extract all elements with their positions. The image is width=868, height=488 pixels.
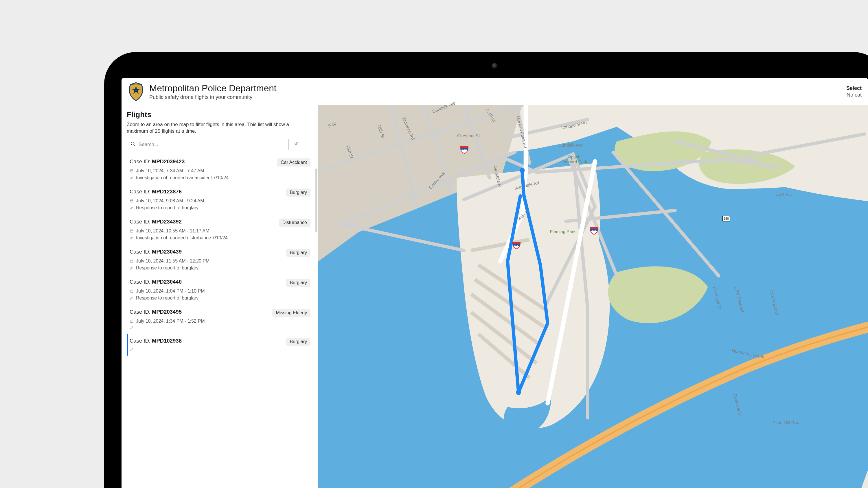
- flight-desc-row: [130, 326, 310, 330]
- flight-desc-row: [130, 348, 310, 352]
- calendar-icon: [130, 319, 134, 323]
- flight-time-row: July 10, 2024, 1:04 PM - 1:10 PM: [130, 289, 310, 294]
- map-panel[interactable]: F St 13th St 16th St Entrance Rd Dundalk…: [318, 105, 868, 488]
- search-icon: [130, 141, 136, 148]
- calendar-icon: [130, 199, 134, 203]
- case-id: Case ID: MPD2039423: [130, 158, 185, 165]
- flight-time: July 10, 2024, 10:55 AM - 11:17 AM: [136, 228, 210, 234]
- search-input[interactable]: [138, 142, 285, 148]
- case-id: Case ID: MPD234392: [130, 219, 182, 225]
- flight-list: Case ID: MPD2039423Car AccidentJuly 10, …: [127, 154, 310, 356]
- police-badge-icon: [128, 82, 144, 101]
- flights-instructions: Zoom to an area on the map to filter fli…: [127, 122, 310, 135]
- case-id: Case ID: MPD203495: [130, 309, 182, 315]
- laptop-frame: Metropolitan Police Department Public sa…: [104, 52, 868, 488]
- flight-desc-row: Response to report of burglary: [130, 295, 310, 301]
- pencil-icon: [130, 266, 134, 270]
- svg-rect-10: [130, 230, 133, 232]
- flight-tag: Burglary: [286, 249, 310, 257]
- app-body: Flights Zoom to an area on the map to fi…: [122, 105, 868, 488]
- flights-heading: Flights: [127, 110, 310, 119]
- flight-tag: Car Accident: [277, 158, 310, 166]
- title-block: Metropolitan Police Department Public sa…: [149, 83, 276, 100]
- pencil-icon: [130, 296, 134, 300]
- flight-tag: Disturbance: [279, 219, 310, 227]
- case-id: Case ID: MPD230440: [130, 279, 182, 285]
- svg-point-34: [516, 390, 521, 395]
- flight-tag: Missing Elderly: [272, 309, 310, 317]
- search-box[interactable]: [127, 139, 289, 150]
- page-title: Metropolitan Police Department: [149, 83, 276, 94]
- flight-time-row: July 10, 2024, 10:55 AM - 11:17 AM: [130, 228, 310, 234]
- flight-time-row: July 10, 2024, 7:34 AM - 7:47 AM: [130, 168, 310, 173]
- flight-desc: Response to report of burglary: [136, 205, 198, 210]
- flight-desc: Investigation of reported car accident 7…: [136, 175, 228, 181]
- svg-rect-22: [130, 320, 133, 323]
- sidebar-scrollbar-thumb[interactable]: [315, 168, 317, 232]
- pencil-icon: [130, 206, 134, 210]
- calendar-icon: [130, 169, 134, 173]
- calendar-icon: [130, 259, 134, 263]
- app-screen: Metropolitan Police Department Public sa…: [122, 78, 868, 488]
- page-stage: Metropolitan Police Department Public sa…: [0, 0, 868, 488]
- svg-rect-18: [130, 290, 133, 293]
- page-subtitle: Public safety drone flights in your comm…: [149, 94, 276, 100]
- case-id: Case ID: MPD123876: [130, 189, 182, 195]
- flight-time: July 10, 2024, 1:04 PM - 1:10 PM: [136, 289, 205, 294]
- flight-item[interactable]: Case ID: MPD203495Missing ElderlyJuly 10…: [127, 305, 310, 334]
- flight-item[interactable]: Case ID: MPD2039423Car AccidentJuly 10, …: [127, 154, 310, 185]
- svg-point-0: [131, 142, 134, 145]
- flight-time: July 10, 2024, 7:34 AM - 7:47 AM: [136, 168, 204, 173]
- camera-dot: [492, 63, 498, 69]
- filter-icon[interactable]: [293, 141, 299, 148]
- pencil-icon: [130, 236, 134, 240]
- flight-item[interactable]: Case ID: MPD234392DisturbanceJuly 10, 20…: [127, 215, 310, 245]
- flight-item[interactable]: Case ID: MPD230440BurglaryJuly 10, 2024,…: [127, 274, 310, 305]
- flight-time-row: July 10, 2024, 9:08 AM - 9:24 AM: [130, 198, 310, 203]
- svg-rect-14: [130, 260, 133, 262]
- sidebar-scrollbar[interactable]: [315, 168, 317, 488]
- flight-time: July 10, 2024, 9:08 AM - 9:24 AM: [136, 198, 204, 203]
- flights-sidebar: Flights Zoom to an area on the map to fi…: [122, 105, 318, 488]
- flight-tag: Burglary: [286, 189, 310, 197]
- header-left: Metropolitan Police Department Public sa…: [128, 82, 276, 101]
- pencil-icon: [130, 348, 134, 352]
- svg-rect-6: [130, 200, 133, 202]
- app-header: Metropolitan Police Department Public sa…: [122, 78, 868, 105]
- flight-desc-row: Response to report of burglary: [130, 205, 310, 210]
- flight-tag: Burglary: [286, 338, 310, 346]
- calendar-icon: [130, 229, 134, 233]
- svg-point-33: [520, 168, 525, 173]
- flight-time: July 10, 2024, 11:55 AM - 12:20 PM: [136, 258, 210, 264]
- flight-desc-row: Investigation of reported disturbance 7/…: [130, 235, 310, 240]
- flight-desc: Response to report of burglary: [136, 265, 198, 270]
- svg-rect-2: [130, 170, 133, 172]
- header-right: Select No cat: [846, 85, 862, 98]
- case-id: Case ID: MPD102938: [130, 338, 182, 344]
- flight-item[interactable]: Case ID: MPD123876BurglaryJuly 10, 2024,…: [127, 185, 310, 215]
- flight-time-row: July 10, 2024, 1:34 PM - 1:52 PM: [130, 319, 310, 324]
- flight-desc-row: Investigation of reported car accident 7…: [130, 175, 310, 181]
- flight-tag: Burglary: [286, 279, 310, 287]
- svg-line-1: [134, 144, 135, 146]
- flight-item[interactable]: Case ID: MPD102938Burglary: [127, 334, 310, 356]
- flight-desc: Response to report of burglary: [136, 295, 198, 301]
- flight-item[interactable]: Case ID: MPD230439BurglaryJuly 10, 2024,…: [127, 245, 310, 274]
- case-id: Case ID: MPD230439: [130, 249, 182, 255]
- flight-desc-row: Response to report of burglary: [130, 265, 310, 270]
- flight-time: July 10, 2024, 1:34 PM - 1:52 PM: [136, 319, 205, 324]
- flight-time-row: July 10, 2024, 11:55 AM - 12:20 PM: [130, 258, 310, 264]
- pencil-icon: [130, 326, 134, 330]
- flight-desc: Investigation of reported disturbance 7/…: [136, 235, 228, 240]
- search-row: [127, 139, 310, 150]
- select-category-value: No cat: [846, 92, 862, 98]
- pencil-icon: [130, 176, 134, 180]
- calendar-icon: [130, 289, 134, 293]
- select-category-label[interactable]: Select: [846, 85, 862, 91]
